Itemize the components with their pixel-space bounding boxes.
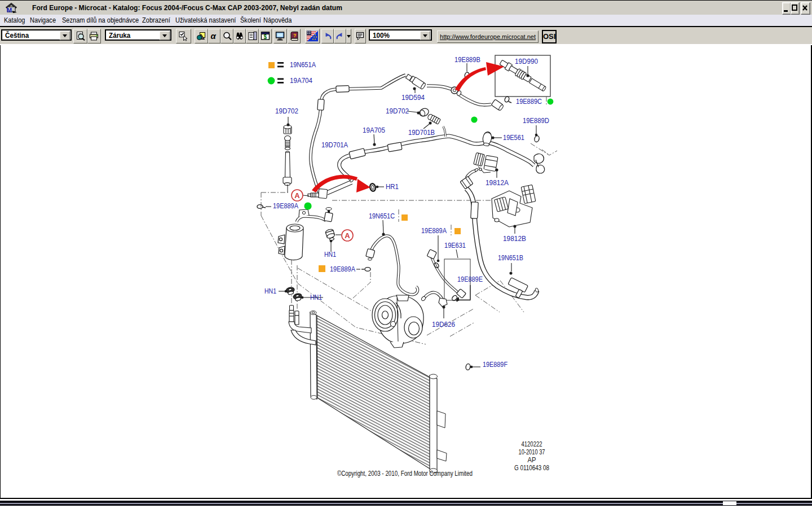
svg-text:A: A — [294, 191, 300, 200]
svg-text:19N651A: 19N651A — [290, 60, 316, 69]
svg-text:10-2010 37: 10-2010 37 — [519, 448, 545, 456]
svg-text:19D626: 19D626 — [432, 320, 455, 329]
svg-text:G 0110643 08: G 0110643 08 — [514, 464, 549, 472]
svg-text:19D990: 19D990 — [515, 57, 538, 65]
svg-text:19812A: 19812A — [486, 178, 509, 187]
svg-text:19E561: 19E561 — [503, 133, 524, 142]
svg-text:19E889A: 19E889A — [273, 202, 298, 210]
svg-text:©Copyright, 2003 - 2010, Ford: ©Copyright, 2003 - 2010, Ford Motor Comp… — [337, 470, 473, 478]
svg-text:19E889F: 19E889F — [483, 360, 508, 369]
svg-text:19D702: 19D702 — [386, 107, 409, 115]
svg-text:19D701B: 19D701B — [408, 128, 435, 137]
svg-text:19E889D: 19E889D — [523, 116, 549, 125]
svg-text:19D701A: 19D701A — [321, 141, 348, 149]
svg-text:19A705: 19A705 — [363, 126, 385, 134]
svg-text:19D702: 19D702 — [275, 107, 298, 115]
svg-text:19N651C: 19N651C — [369, 212, 395, 220]
svg-text:19E889C: 19E889C — [516, 97, 542, 106]
svg-text:19E631: 19E631 — [444, 241, 466, 249]
svg-text:AP: AP — [528, 456, 536, 464]
svg-text:19E889A: 19E889A — [330, 265, 355, 273]
svg-text:HN1: HN1 — [324, 250, 336, 259]
svg-text:4120222: 4120222 — [522, 440, 542, 448]
svg-text:19D594: 19D594 — [401, 93, 425, 102]
svg-text:19812B: 19812B — [503, 234, 526, 243]
svg-text:19E889A: 19E889A — [421, 226, 447, 235]
svg-text:19N651B: 19N651B — [498, 253, 523, 262]
svg-text:19A704: 19A704 — [290, 76, 312, 85]
svg-text:19E889E: 19E889E — [457, 275, 483, 283]
svg-text:19E889B: 19E889B — [454, 55, 480, 64]
svg-text:HN1: HN1 — [264, 287, 276, 295]
svg-text:A: A — [345, 231, 350, 240]
svg-text:HR1: HR1 — [386, 182, 399, 191]
svg-text:HN1: HN1 — [310, 293, 322, 301]
